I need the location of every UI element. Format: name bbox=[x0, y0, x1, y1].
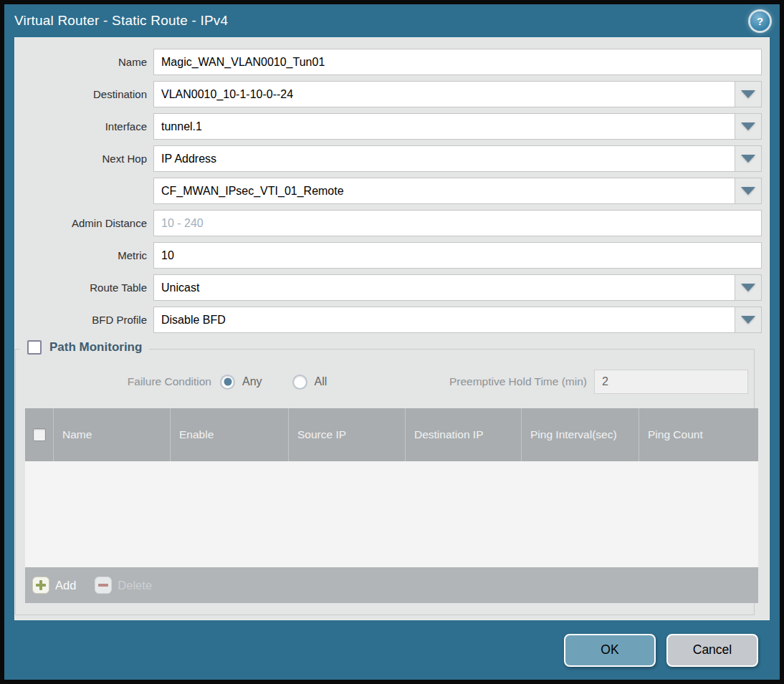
row-route-table: Route Table bbox=[15, 274, 762, 301]
select-all-checkbox[interactable] bbox=[33, 428, 46, 441]
route-table-dropdown-button[interactable] bbox=[735, 274, 762, 301]
admin-distance-label: Admin Distance bbox=[15, 217, 153, 229]
next-hop-value-input[interactable] bbox=[153, 178, 735, 204]
metric-label: Metric bbox=[15, 249, 153, 261]
dialog-footer: OK Cancel bbox=[4, 620, 780, 680]
table-header: Name Enable Source IP Destination IP Pin… bbox=[25, 408, 758, 461]
radio-any-label: Any bbox=[242, 375, 262, 388]
table-toolbar: Add Delete bbox=[25, 567, 758, 603]
route-table-label: Route Table bbox=[15, 281, 153, 294]
path-monitoring-legend: Path Monitoring bbox=[20, 340, 149, 355]
dialog-frame: Virtual Router - Static Route - IPv4 ? N… bbox=[4, 4, 780, 680]
failure-condition-all-option[interactable]: All bbox=[292, 375, 328, 390]
path-monitoring-group: Path Monitoring Failure Condition Any Al… bbox=[15, 349, 755, 615]
static-route-dialog: Virtual Router - Static Route - IPv4 ? N… bbox=[0, 0, 784, 684]
next-hop-type-dropdown-button[interactable] bbox=[735, 145, 762, 172]
row-metric: Metric bbox=[15, 242, 762, 269]
radio-any[interactable] bbox=[220, 375, 235, 390]
table-body-empty bbox=[25, 461, 758, 567]
chevron-down-icon bbox=[741, 122, 755, 130]
destination-input[interactable] bbox=[153, 81, 735, 107]
metric-input[interactable] bbox=[153, 242, 762, 269]
column-header-enable[interactable]: Enable bbox=[170, 408, 288, 461]
column-header-source-ip[interactable]: Source IP bbox=[288, 408, 405, 461]
destination-dropdown-button[interactable] bbox=[735, 81, 762, 107]
delete-button-label: Delete bbox=[118, 579, 152, 592]
bfd-profile-input[interactable] bbox=[153, 307, 735, 333]
column-header-name[interactable]: Name bbox=[53, 408, 170, 461]
interface-dropdown-button[interactable] bbox=[735, 113, 762, 140]
row-interface: Interface bbox=[15, 113, 762, 140]
name-input[interactable] bbox=[153, 49, 762, 75]
row-next-hop-type: Next Hop bbox=[15, 145, 762, 172]
row-name: Name bbox=[15, 49, 762, 75]
radio-all-label: All bbox=[315, 375, 328, 388]
path-monitoring-title: Path Monitoring bbox=[49, 340, 142, 355]
column-header-destination-ip[interactable]: Destination IP bbox=[405, 408, 521, 461]
radio-all[interactable] bbox=[292, 375, 307, 390]
header-checkbox-cell bbox=[25, 408, 53, 461]
preemptive-hold-time-input[interactable] bbox=[594, 370, 748, 394]
cancel-button[interactable]: Cancel bbox=[666, 634, 758, 667]
chevron-down-icon bbox=[741, 284, 755, 292]
next-hop-label: Next Hop bbox=[15, 153, 153, 165]
next-hop-type-input[interactable] bbox=[153, 145, 735, 172]
bfd-profile-label: BFD Profile bbox=[15, 314, 153, 326]
row-bfd-profile: BFD Profile bbox=[15, 307, 762, 333]
column-header-ping-interval[interactable]: Ping Interval(sec) bbox=[521, 408, 639, 461]
title-bar: Virtual Router - Static Route - IPv4 ? bbox=[4, 4, 780, 37]
failure-condition-label: Failure Condition bbox=[25, 375, 220, 388]
destination-label: Destination bbox=[15, 88, 153, 100]
row-admin-distance: Admin Distance bbox=[15, 210, 762, 236]
column-header-ping-count[interactable]: Ping Count bbox=[639, 408, 758, 461]
chevron-down-icon bbox=[741, 316, 755, 324]
dialog-title: Virtual Router - Static Route - IPv4 bbox=[14, 13, 228, 29]
preemptive-hold-time-label: Preemptive Hold Time (min) bbox=[357, 375, 594, 388]
chevron-down-icon bbox=[741, 155, 755, 163]
row-next-hop-value bbox=[15, 178, 762, 204]
help-icon[interactable]: ? bbox=[750, 11, 770, 31]
interface-input[interactable] bbox=[153, 113, 735, 140]
minus-icon bbox=[95, 577, 112, 594]
add-button[interactable]: Add bbox=[32, 577, 76, 594]
name-label: Name bbox=[15, 56, 153, 68]
plus-icon bbox=[32, 577, 49, 594]
next-hop-value-dropdown-button[interactable] bbox=[735, 178, 762, 204]
admin-distance-input[interactable] bbox=[153, 210, 762, 236]
bfd-profile-dropdown-button[interactable] bbox=[735, 307, 762, 333]
add-button-label: Add bbox=[55, 579, 76, 592]
route-table-input[interactable] bbox=[153, 274, 735, 301]
failure-condition-row: Failure Condition Any All Preemptive Hol… bbox=[25, 371, 748, 392]
delete-button[interactable]: Delete bbox=[95, 577, 152, 594]
row-destination: Destination bbox=[15, 81, 762, 107]
ok-button[interactable]: OK bbox=[564, 634, 656, 667]
chevron-down-icon bbox=[741, 90, 755, 98]
failure-condition-any-option[interactable]: Any bbox=[220, 375, 262, 390]
chevron-down-icon bbox=[741, 187, 755, 195]
dialog-body: Name Destination Interface bbox=[14, 37, 770, 620]
path-monitoring-table: Name Enable Source IP Destination IP Pin… bbox=[25, 408, 758, 603]
path-monitoring-checkbox[interactable] bbox=[27, 340, 42, 355]
interface-label: Interface bbox=[15, 120, 153, 133]
